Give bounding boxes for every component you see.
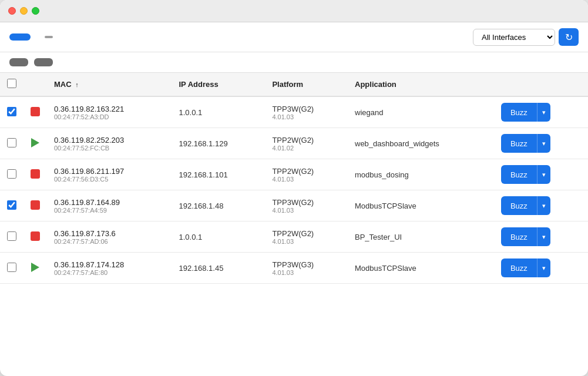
platform-primary: TPP3W(G3) [272,260,341,269]
row-mac-cell: 0.36.119.87.173.600:24:77:57:AD:06 [47,221,172,253]
mac-secondary: 00:24:77:57:AE:80 [54,269,165,276]
buzz-button-wrap: Buzz▾ [501,165,581,184]
row-checkbox-cell [0,159,23,190]
upload-application-button[interactable] [34,58,53,66]
row-buzz-cell: Buzz▾ [494,253,588,284]
row-application-cell: modbus_dosing [348,159,494,190]
row-platform-cell: TPP2W(G2)4.01.03 [265,159,348,190]
mac-primary: 0.36.119.87.174.128 [54,260,165,269]
table-row: 0.36.119.82.252.20300:24:77:52:FC:CB192.… [0,128,588,159]
mac-secondary: 00:24:77:52:A3:DD [54,113,165,120]
select-all-checkbox[interactable] [7,79,16,88]
status-red-icon [31,107,40,116]
row-application-cell: BP_Tester_UI [348,221,494,253]
table-row: 0.36.119.87.164.8900:24:77:57:A4:59192.1… [0,190,588,221]
row-ip-cell: 192.168.1.101 [172,159,266,190]
toolbar: All Interfaces Ethernet Wi-Fi ↻ [0,22,588,52]
close-button[interactable] [8,7,16,15]
header-platform: Platform [265,73,348,96]
table-row: 0.36.119.86.211.19700:24:77:56:D3:C5192.… [0,159,588,190]
mac-secondary: 00:24:77:57:A4:59 [54,207,165,214]
mac-primary: 0.36.119.82.252.203 [54,136,165,145]
mac-secondary: 00:24:77:57:AD:06 [54,238,165,245]
row-checkbox[interactable] [7,231,16,241]
row-mac-cell: 0.36.119.82.163.22100:24:77:52:A3:DD [47,96,172,128]
refresh-icon-button[interactable]: ↻ [559,28,579,46]
row-buzz-cell: Buzz▾ [494,221,588,253]
buzz-dropdown-button[interactable]: ▾ [537,196,550,215]
row-ip-cell: 192.168.1.48 [172,190,266,221]
row-application-cell: web_dashboard_widgets [348,128,494,159]
row-platform-cell: TPP3W(G2)4.01.03 [265,96,348,128]
row-buzz-cell: Buzz▾ [494,190,588,221]
interface-select[interactable]: All Interfaces Ethernet Wi-Fi [473,29,555,46]
refresh-button[interactable] [9,33,31,41]
platform-primary: TPP2W(G2) [272,229,341,238]
row-platform-cell: TPP3W(G3)4.01.03 [265,253,348,284]
buzz-dropdown-button[interactable]: ▾ [537,103,550,122]
buzz-button[interactable]: Buzz [501,165,537,184]
row-mac-cell: 0.36.119.87.174.12800:24:77:57:AE:80 [47,253,172,284]
row-ip-cell: 192.168.1.45 [172,253,266,284]
action-bar [0,52,588,73]
device-table-container: MAC ↑ IP Address Platform Application 0.… [0,73,588,376]
row-checkbox[interactable] [7,169,16,179]
buzz-button-wrap: Buzz▾ [501,196,581,215]
row-checkbox-cell [0,96,23,128]
main-window: All Interfaces Ethernet Wi-Fi ↻ MAC ↑ [0,0,588,376]
row-status-cell [23,128,47,159]
row-checkbox[interactable] [7,263,16,272]
mac-primary: 0.36.119.82.163.221 [54,105,165,113]
row-status-cell [23,96,47,128]
refresh-icon: ↻ [565,32,573,43]
maximize-button[interactable] [32,7,39,15]
row-checkbox-cell [0,190,23,221]
buzz-button[interactable]: Buzz [501,103,537,122]
row-platform-cell: TPP3W(G2)4.01.03 [265,190,348,221]
buzz-button[interactable]: Buzz [501,227,537,246]
mac-primary: 0.36.119.86.211.197 [54,167,165,176]
disconnected-badge [45,36,53,38]
buzz-button[interactable]: Buzz [501,258,537,277]
row-checkbox[interactable] [7,107,16,116]
sort-arrow-icon: ↑ [75,81,79,88]
row-checkbox[interactable] [7,138,16,147]
buzz-dropdown-button[interactable]: ▾ [537,258,550,277]
header-ip: IP Address [172,73,266,96]
row-application-cell: ModbusTCPSlave [348,190,494,221]
buzz-dropdown-button[interactable]: ▾ [537,134,550,153]
buzz-button[interactable]: Buzz [501,196,537,215]
row-ip-cell: 1.0.0.1 [172,221,266,253]
row-mac-cell: 0.36.119.82.252.20300:24:77:52:FC:CB [47,128,172,159]
window-controls [8,7,39,15]
header-status-col [23,73,47,96]
row-platform-cell: TPP2W(G2)4.01.03 [265,221,348,253]
row-status-cell [23,253,47,284]
mac-primary: 0.36.119.87.164.89 [54,198,165,207]
buzz-dropdown-button[interactable]: ▾ [537,227,550,246]
buzz-button-wrap: Buzz▾ [501,227,581,246]
row-checkbox[interactable] [7,200,16,210]
table-row: 0.36.119.82.163.22100:24:77:52:A3:DD1.0.… [0,96,588,128]
row-mac-cell: 0.36.119.86.211.19700:24:77:56:D3:C5 [47,159,172,190]
mac-secondary: 00:24:77:56:D3:C5 [54,176,165,183]
mac-primary: 0.36.119.87.173.6 [54,229,165,238]
row-checkbox-cell [0,253,23,284]
buzz-dropdown-button[interactable]: ▾ [537,165,550,184]
device-table: MAC ↑ IP Address Platform Application 0.… [0,73,588,284]
title-bar [0,0,588,22]
row-status-cell [23,190,47,221]
row-checkbox-cell [0,128,23,159]
buzz-button[interactable]: Buzz [501,134,537,153]
row-status-cell [23,221,47,253]
table-header: MAC ↑ IP Address Platform Application [0,73,588,96]
status-red-icon [31,231,40,241]
platform-secondary: 4.01.03 [272,238,341,245]
buzz-button-wrap: Buzz▾ [501,258,581,277]
row-ip-cell: 192.168.1.129 [172,128,266,159]
upload-firmware-button[interactable] [9,58,28,66]
row-status-cell [23,159,47,190]
buzz-button-wrap: Buzz▾ [501,103,581,122]
platform-primary: TPP2W(G2) [272,167,341,176]
minimize-button[interactable] [20,7,28,15]
